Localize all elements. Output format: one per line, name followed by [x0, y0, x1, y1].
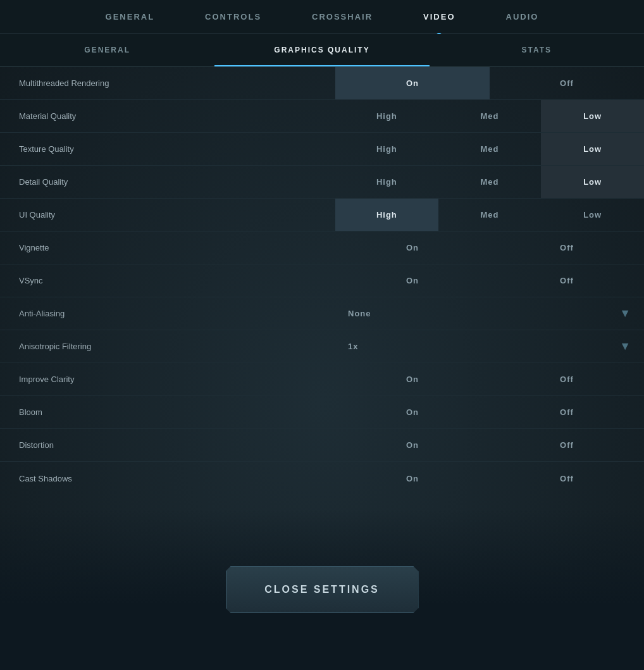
- label-bloom: Bloom: [0, 396, 335, 428]
- subtab-general[interactable]: GENERAL: [0, 34, 214, 66]
- options-ui-quality: High Med Low: [335, 199, 644, 231]
- options-bloom: On Off: [335, 396, 644, 428]
- option-bloom-on[interactable]: On: [335, 396, 490, 428]
- label-vignette: Vignette: [0, 232, 335, 264]
- settings-page: GENERAL CONTROLS CROSSHAIR VIDEO AUDIO G…: [0, 0, 644, 670]
- row-vignette: Vignette On Off: [0, 232, 644, 264]
- label-detail-quality: Detail Quality: [0, 166, 335, 198]
- option-detail-low[interactable]: Low: [541, 166, 644, 198]
- options-material-quality: High Med Low: [335, 100, 644, 132]
- options-texture-quality: High Med Low: [335, 133, 644, 165]
- option-bloom-off[interactable]: Off: [490, 396, 644, 428]
- options-distortion: On Off: [335, 429, 644, 461]
- row-ui-quality: UI Quality High Med Low: [0, 199, 644, 232]
- option-ui-low[interactable]: Low: [541, 199, 644, 231]
- row-multithreaded-rendering: Multithreaded Rendering On Off: [0, 67, 644, 100]
- tab-audio[interactable]: AUDIO: [481, 0, 564, 34]
- tab-controls[interactable]: CONTROLS: [180, 0, 287, 34]
- option-material-low[interactable]: Low: [541, 100, 644, 132]
- option-vsync-off[interactable]: Off: [490, 264, 644, 297]
- close-settings-button[interactable]: CLOSE SETTINGS: [226, 566, 419, 613]
- option-distortion-off[interactable]: Off: [490, 429, 644, 461]
- option-material-med[interactable]: Med: [438, 100, 542, 132]
- option-texture-low[interactable]: Low: [541, 133, 644, 165]
- row-anisotropic-filtering: Anisotropic Filtering 1x ▼: [0, 330, 644, 363]
- select-anti-aliasing[interactable]: None ▼: [335, 297, 644, 330]
- option-improve-clarity-on[interactable]: On: [335, 363, 490, 395]
- row-material-quality: Material Quality High Med Low: [0, 100, 644, 133]
- option-multithreaded-off[interactable]: Off: [490, 67, 644, 99]
- row-cast-shadows: Cast Shadows On Off: [0, 462, 644, 495]
- option-detail-high[interactable]: High: [335, 166, 438, 198]
- tab-crosshair[interactable]: CROSSHAIR: [287, 0, 398, 34]
- anisotropic-filtering-arrow-icon: ▼: [619, 340, 631, 353]
- option-cast-shadows-off[interactable]: Off: [490, 462, 644, 495]
- label-vsync: VSync: [0, 264, 335, 297]
- options-vignette: On Off: [335, 232, 644, 264]
- option-material-high[interactable]: High: [335, 100, 438, 132]
- options-vsync: On Off: [335, 264, 644, 297]
- label-ui-quality: UI Quality: [0, 199, 335, 231]
- option-vignette-off[interactable]: Off: [490, 232, 644, 264]
- close-settings-wrapper: CLOSE SETTINGS: [0, 509, 644, 670]
- option-ui-high[interactable]: High: [335, 199, 438, 231]
- row-detail-quality: Detail Quality High Med Low: [0, 166, 644, 199]
- label-material-quality: Material Quality: [0, 100, 335, 132]
- row-distortion: Distortion On Off: [0, 429, 644, 462]
- option-texture-high[interactable]: High: [335, 133, 438, 165]
- option-cast-shadows-on[interactable]: On: [335, 462, 490, 495]
- subtab-stats[interactable]: STATS: [430, 34, 644, 66]
- label-distortion: Distortion: [0, 429, 335, 461]
- subtab-graphics[interactable]: GRAPHICS QUALITY: [214, 34, 429, 66]
- label-improve-clarity: Improve Clarity: [0, 363, 335, 395]
- option-multithreaded-on[interactable]: On: [335, 67, 490, 99]
- option-detail-med[interactable]: Med: [438, 166, 542, 198]
- row-texture-quality: Texture Quality High Med Low: [0, 133, 644, 166]
- options-detail-quality: High Med Low: [335, 166, 644, 198]
- select-anisotropic-filtering[interactable]: 1x ▼: [335, 330, 644, 363]
- anisotropic-filtering-value: 1x: [348, 342, 358, 351]
- options-improve-clarity: On Off: [335, 363, 644, 395]
- settings-container: Multithreaded Rendering On Off Material …: [0, 67, 644, 495]
- option-vsync-on[interactable]: On: [335, 264, 490, 297]
- tab-general[interactable]: GENERAL: [80, 0, 180, 34]
- label-anisotropic-filtering: Anisotropic Filtering: [0, 330, 335, 363]
- options-multithreaded-rendering: On Off: [335, 67, 644, 99]
- option-improve-clarity-off[interactable]: Off: [490, 363, 644, 395]
- sub-nav: GENERAL GRAPHICS QUALITY STATS: [0, 34, 644, 67]
- top-nav: GENERAL CONTROLS CROSSHAIR VIDEO AUDIO: [0, 0, 644, 34]
- label-texture-quality: Texture Quality: [0, 133, 335, 165]
- label-multithreaded-rendering: Multithreaded Rendering: [0, 67, 335, 99]
- label-anti-aliasing: Anti-Aliasing: [0, 297, 335, 330]
- label-cast-shadows: Cast Shadows: [0, 462, 335, 495]
- row-vsync: VSync On Off: [0, 264, 644, 297]
- option-ui-med[interactable]: Med: [438, 199, 542, 231]
- anti-aliasing-value: None: [348, 309, 371, 318]
- option-texture-med[interactable]: Med: [438, 133, 542, 165]
- option-distortion-on[interactable]: On: [335, 429, 490, 461]
- anti-aliasing-arrow-icon: ▼: [619, 307, 631, 320]
- tab-video[interactable]: VIDEO: [398, 0, 480, 34]
- options-cast-shadows: On Off: [335, 462, 644, 495]
- row-anti-aliasing: Anti-Aliasing None ▼: [0, 297, 644, 330]
- row-improve-clarity: Improve Clarity On Off: [0, 363, 644, 396]
- option-vignette-on[interactable]: On: [335, 232, 490, 264]
- row-bloom: Bloom On Off: [0, 396, 644, 429]
